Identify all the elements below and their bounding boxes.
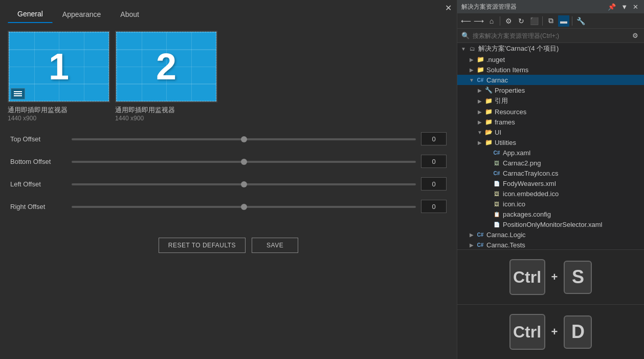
tree-item-icon-embedded[interactable]: 🖼 icon.embedded.ico [457, 188, 644, 199]
left-offset-slider[interactable] [72, 183, 416, 185]
expand-frames[interactable]: ▶ [476, 118, 484, 126]
expand-solution-items[interactable]: ▶ [468, 66, 476, 74]
d-key: D [564, 315, 592, 349]
tree-item-carnac2-png[interactable]: 🖼 Carnac2.png [457, 158, 644, 168]
monitor-preview-2[interactable]: 2 [115, 31, 217, 102]
search-settings-icon[interactable]: ⚙ [631, 32, 640, 39]
ctrl-key-s: Ctrl [509, 259, 545, 295]
tree-item-carnac[interactable]: ▼ C# Carnac [457, 75, 644, 85]
nuget-label: .nuget [486, 56, 505, 64]
slider-label-left: Left Offset [10, 180, 66, 188]
expand-resources[interactable]: ▶ [476, 108, 484, 116]
tree-item-frames[interactable]: ▶ 📁 frames [457, 117, 644, 127]
solution-icon: 🗂 [468, 45, 477, 53]
buttons-row: RESET TO DEFAULTS SAVE [0, 227, 457, 263]
toolbar-copy-btn[interactable]: ⧉ [545, 15, 557, 27]
slider-label-bottom: Bottom Offset [10, 158, 66, 165]
xml-icon-position-selector: 📄 [492, 220, 501, 228]
resources-label: Resources [495, 108, 526, 116]
toolbar-refresh-btn[interactable]: ↻ [516, 15, 527, 27]
expand-ui[interactable]: ▼ [476, 128, 484, 136]
expand-carnac-tests[interactable]: ▶ [468, 241, 476, 249]
folder-icon-frames: 📁 [484, 118, 493, 126]
toolbar-forward-btn[interactable]: ⟶ [473, 15, 484, 27]
top-offset-slider[interactable] [72, 138, 416, 140]
shortcuts-container: Ctrl + S Ctrl + D [457, 249, 644, 359]
expand-references[interactable]: ▶ [476, 97, 484, 105]
toolbar-stop-btn[interactable]: ⬛ [528, 15, 540, 27]
top-offset-input[interactable] [421, 132, 447, 145]
expand-utilities[interactable]: ▶ [476, 138, 484, 146]
tree-item-packages-config[interactable]: 📋 packages.config [457, 209, 644, 219]
tree-item-carnac-tests[interactable]: ▶ C# Carnac.Tests [457, 240, 644, 249]
cs-project-icon-carnac-logic: C# [476, 230, 485, 239]
solution-explorer-header: 解决方案资源管理器 📌 ▼ ✕ [457, 0, 644, 13]
ico-icon-main: 🖼 [492, 200, 501, 208]
tab-general[interactable]: General [8, 5, 53, 23]
reset-to-defaults-button[interactable]: RESET TO DEFAULTS [159, 238, 246, 253]
tab-about[interactable]: About [110, 6, 149, 23]
tree-item-nuget[interactable]: ▶ 📁 .nuget [457, 54, 644, 65]
toolbar-home-btn[interactable]: ⌂ [486, 15, 497, 27]
monitor-card-1: 1 通用即插即用监视器 1440 x900 [8, 31, 110, 122]
dropdown-icon[interactable]: ▼ [619, 3, 629, 11]
toolbar-back-btn[interactable]: ⟵ [460, 15, 472, 27]
carnac2-png-label: Carnac2.png [503, 159, 541, 167]
expand-nuget[interactable]: ▶ [468, 55, 476, 64]
tab-appearance[interactable]: Appearance [53, 6, 111, 23]
references-label: 引用 [495, 96, 508, 105]
toolbar-settings-btn[interactable]: ⚙ [503, 15, 514, 27]
s-key: S [564, 261, 592, 294]
monitor-size-2: 1440 x900 [115, 115, 144, 122]
expand-carnac[interactable]: ▼ [468, 76, 476, 84]
cs-icon-trayicon: C# [492, 169, 501, 177]
expand-carnac-logic[interactable]: ▶ [468, 230, 476, 239]
right-offset-slider[interactable] [72, 206, 416, 208]
img-icon-carnac2: 🖼 [492, 159, 501, 167]
expand-solution[interactable]: ▼ [459, 45, 468, 53]
tree-item-icon-ico[interactable]: 🖼 icon.ico [457, 199, 644, 209]
close-button[interactable]: ✕ [445, 4, 452, 12]
tree-item-fody-weavers[interactable]: 📄 FodyWeavers.xml [457, 178, 644, 188]
tree-item-properties[interactable]: ▶ 🔧 Properties [457, 85, 644, 95]
tree-item-carnac-trayicon[interactable]: C# CarnacTrayIcon.cs [457, 168, 644, 178]
bottom-offset-slider[interactable] [72, 161, 416, 163]
tree-item-app-xaml[interactable]: C# App.xaml [457, 147, 644, 158]
carnac-trayicon-label: CarnacTrayIcon.cs [503, 170, 559, 177]
tabs-bar: General Appearance About ✕ [0, 0, 457, 23]
slider-label-right: Right Offset [10, 203, 66, 210]
left-offset-input[interactable] [421, 177, 447, 191]
config-icon-packages: 📋 [492, 210, 501, 218]
tree-item-position-selector[interactable]: 📄 PositionOnlyMonitorSelector.xaml [457, 219, 644, 229]
monitor-label-2: 通用即插即用监视器 [115, 105, 175, 115]
tree-item-ui[interactable]: ▼ 📂 UI [457, 127, 644, 137]
save-button[interactable]: SAVE [252, 238, 298, 253]
tree-item-solution-items[interactable]: ▶ 📁 Solution Items [457, 65, 644, 75]
right-offset-input[interactable] [421, 200, 447, 213]
icon-embedded-label: icon.embedded.ico [503, 190, 559, 198]
expand-properties[interactable]: ▶ [476, 86, 484, 94]
monitor-preview-1[interactable]: 1 [8, 31, 110, 102]
tree-solution-root[interactable]: ▼ 🗂 解决方案'Carnac'(4 个项目) [457, 43, 644, 54]
taskbar-lines-1 [14, 91, 22, 96]
folder-icon-references: 📁 [484, 97, 493, 105]
shortcut-panel-d: Ctrl + D [457, 304, 644, 359]
search-input[interactable] [473, 32, 628, 39]
solution-label: 解决方案'Carnac'(4 个项目) [478, 44, 559, 53]
pin-icon[interactable]: 📌 [606, 3, 617, 11]
tree-item-utilities[interactable]: ▶ 📁 Utilities [457, 137, 644, 147]
folder-icon-solution-items: 📁 [476, 66, 485, 74]
folder-icon-ui: 📂 [484, 128, 493, 136]
folder-icon-resources: 📁 [484, 108, 493, 116]
tree-item-carnac-logic[interactable]: ▶ C# Carnac.Logic [457, 229, 644, 240]
bottom-offset-input[interactable] [421, 155, 447, 168]
slider-row-left: Left Offset [10, 177, 447, 191]
left-panel: General Appearance About ✕ 1 通用即插即用监视器 1… [0, 0, 457, 359]
toolbar-active-btn[interactable]: ▬ [558, 15, 569, 27]
carnac-label: Carnac [486, 76, 508, 84]
toolbar-sep-3 [572, 16, 572, 26]
toolbar-tools-btn[interactable]: 🔧 [575, 15, 586, 27]
close-panel-icon[interactable]: ✕ [631, 3, 640, 11]
tree-item-references[interactable]: ▶ 📁 引用 [457, 95, 644, 107]
tree-item-resources[interactable]: ▶ 📁 Resources [457, 107, 644, 117]
